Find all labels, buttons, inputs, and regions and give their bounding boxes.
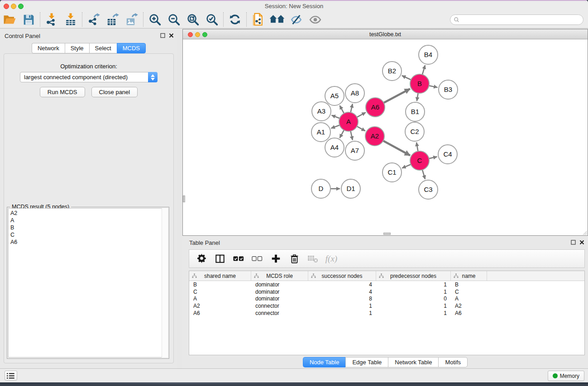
network-window-titlebar[interactable]: testGlobe.txt — [183, 29, 588, 39]
table-row[interactable]: Cdominator41C — [189, 288, 584, 295]
tab-edge-table[interactable]: Edge Table — [345, 357, 388, 367]
criterion-dropdown[interactable]: largest connected component (directed) — [20, 72, 158, 82]
mcds-result-item[interactable]: A2 — [10, 210, 166, 217]
deselect-all-rows-button[interactable] — [249, 251, 265, 267]
delete-column-button[interactable] — [287, 251, 302, 267]
graph-edge-B-B2[interactable] — [402, 76, 411, 80]
column-header-name[interactable]: name — [451, 271, 487, 281]
mcds-result-item[interactable]: A — [10, 217, 166, 224]
delete-table-button[interactable] — [305, 251, 320, 267]
create-column-button[interactable] — [268, 251, 283, 267]
window-title: Session: New Session — [0, 3, 588, 10]
mcds-result-item[interactable]: B — [10, 224, 166, 231]
table-cell: A6 — [451, 310, 487, 316]
table-cell: 1 — [376, 281, 451, 288]
graph-edge-A-A6[interactable] — [357, 112, 365, 117]
memory-button[interactable]: Memory — [548, 371, 584, 381]
graph-node-label: A4 — [330, 143, 339, 151]
mcds-result-scrollbar[interactable] — [162, 208, 168, 357]
resize-grip-icon[interactable] — [582, 229, 587, 235]
export-network-button[interactable] — [84, 11, 103, 28]
graph-edge-A-A1[interactable] — [331, 125, 339, 128]
tab-motifs[interactable]: Motifs — [438, 357, 468, 367]
column-header-shared-name[interactable]: shared name — [189, 271, 251, 281]
graph-edge-A-A3[interactable] — [331, 115, 339, 119]
mcds-result-item[interactable]: C — [10, 231, 166, 238]
network-document-icon — [251, 13, 265, 26]
tab-mcds[interactable]: MCDS — [117, 43, 146, 53]
column-header-successor-nodes[interactable]: successor nodes — [308, 271, 376, 281]
node-table: shared nameMCDS rolesuccessor nodesprede… — [189, 271, 585, 355]
trash-icon — [290, 254, 299, 264]
graph-edge-B-B3[interactable] — [429, 86, 438, 87]
show-graphics-details-button[interactable] — [306, 11, 325, 28]
network-from-file-button[interactable] — [249, 11, 268, 28]
refresh-button[interactable] — [225, 11, 244, 28]
hide-graphics-details-button[interactable] — [287, 11, 306, 28]
tab-network-table[interactable]: Network Table — [388, 357, 438, 367]
graph-edge-C-C1[interactable] — [402, 164, 411, 168]
graph-edge-C-C3[interactable] — [422, 170, 425, 179]
run-mcds-button[interactable]: Run MCDS — [40, 87, 85, 97]
column-header-mcds-role[interactable]: MCDS role — [251, 271, 308, 281]
network-canvas[interactable]: B4B2BB3A5A8A6A3B1AA1C2A2A4A7C4CC1C3DD1 — [183, 39, 588, 235]
table-row[interactable]: Adominator80A — [189, 295, 584, 303]
tab-select[interactable]: Select — [89, 43, 117, 53]
function-builder-button[interactable]: f(x) — [324, 251, 339, 267]
open-session-button[interactable] — [0, 11, 19, 28]
mcds-result-list[interactable]: A2ABCA6 — [8, 208, 168, 357]
close-panel-icon[interactable] — [169, 33, 174, 38]
import-table-button[interactable] — [61, 11, 80, 28]
mcds-result-item[interactable]: A6 — [10, 238, 166, 246]
select-all-rows-button[interactable] — [231, 251, 246, 267]
show-column-button[interactable] — [212, 251, 228, 267]
graph-edge-A2-C[interactable] — [383, 141, 410, 155]
import-network-button[interactable] — [42, 11, 61, 28]
save-session-button[interactable] — [19, 11, 38, 28]
graph-edge-C-C4[interactable] — [429, 157, 437, 158]
tab-node-table[interactable]: Node Table — [303, 357, 346, 367]
network-vertical-scrollthumb[interactable] — [183, 195, 185, 202]
graph-edge-A6-B[interactable] — [384, 89, 410, 103]
zoom-out-button[interactable] — [164, 11, 183, 28]
float-panel-icon[interactable] — [160, 33, 165, 38]
close-panel-icon[interactable] — [579, 240, 584, 245]
graph-edge-A-A8[interactable] — [351, 104, 353, 112]
zoom-selected-button[interactable] — [202, 11, 221, 28]
tab-style[interactable]: Style — [65, 43, 89, 53]
table-row[interactable]: Bdominator41B — [189, 281, 584, 288]
table-row[interactable]: A6connector11A6 — [189, 310, 584, 317]
export-image-button[interactable] — [122, 11, 141, 28]
zoom-fit-button[interactable] — [183, 11, 202, 28]
search-icon — [454, 17, 459, 23]
table-row[interactable]: A2connector11A2 — [189, 302, 584, 310]
float-panel-icon[interactable] — [571, 240, 576, 245]
network-horizontal-scrollthumb[interactable] — [383, 233, 391, 235]
zoom-in-button[interactable] — [145, 11, 164, 28]
graph-edge-B-B4[interactable] — [422, 65, 425, 75]
task-history-button[interactable] — [5, 371, 17, 381]
table-cell: 4 — [308, 289, 376, 295]
graph-edge-A-A5[interactable] — [339, 105, 344, 113]
graph-edge-A-A7[interactable] — [350, 131, 352, 140]
graph-edge-A-A2[interactable] — [357, 126, 365, 131]
table-settings-button[interactable] — [194, 251, 209, 267]
close-panel-button[interactable]: Close panel — [91, 87, 138, 97]
graph-node-label: B1 — [411, 108, 419, 115]
graph-node-label: A3 — [317, 107, 325, 115]
tab-network[interactable]: Network — [32, 43, 65, 53]
search-input[interactable] — [462, 17, 583, 23]
graph-edge-A-A4[interactable] — [339, 130, 344, 138]
graph-edge-C-C2[interactable] — [416, 143, 418, 152]
birdseye-view-button[interactable] — [268, 11, 287, 28]
table-toolbar: f(x) — [189, 249, 585, 268]
column-header-predecessor-nodes[interactable]: predecessor nodes — [376, 271, 451, 281]
table-cell: 0 — [376, 295, 451, 302]
export-image-icon — [125, 13, 139, 26]
save-floppy-icon — [22, 13, 35, 26]
search-field[interactable] — [450, 14, 583, 25]
graph-edge-B-B1[interactable] — [417, 93, 418, 101]
table-body: Bdominator41BCdominator41CAdominator80AA… — [189, 281, 584, 317]
fx-icon: f(x) — [325, 254, 337, 264]
export-table-button[interactable] — [103, 11, 122, 28]
